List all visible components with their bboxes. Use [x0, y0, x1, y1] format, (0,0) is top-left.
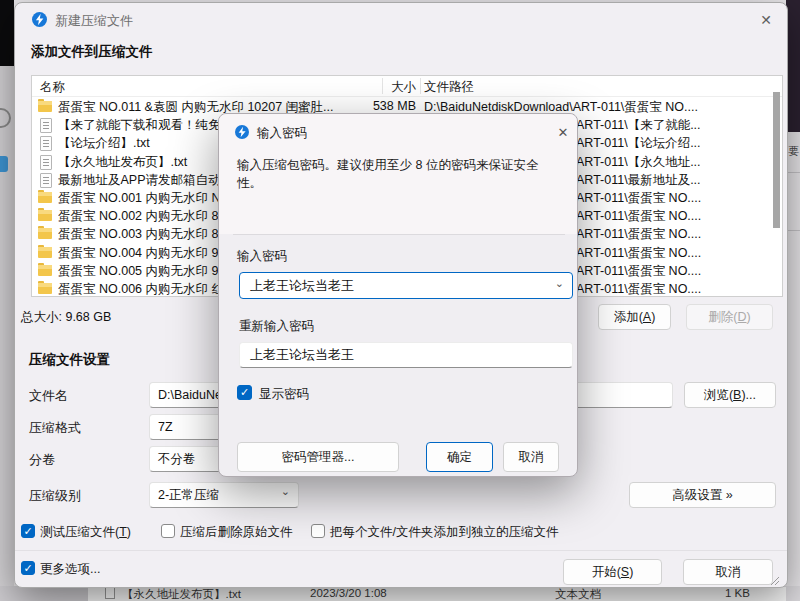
chevron-down-icon: ⌄ — [555, 277, 564, 290]
ok-button[interactable]: 确定 — [426, 442, 493, 472]
dialog-title: 输入密码 — [257, 125, 307, 142]
add-files-heading: 添加文件到压缩文件 — [31, 43, 153, 61]
background-file-size: 1 KB — [725, 587, 750, 599]
folder-icon — [38, 265, 52, 276]
show-password-checkbox[interactable]: ✓ — [237, 385, 252, 400]
column-divider — [420, 78, 421, 94]
background-text-fragment: 要 — [788, 144, 799, 159]
dialog-message: 输入压缩包密码。建议使用至少 8 位的密码来保证安全性。 — [237, 156, 563, 192]
show-password-label: 显示密码 — [259, 386, 309, 403]
file-icon — [40, 173, 52, 188]
dialog-divider — [233, 234, 565, 235]
cell-path: ART-011\蛋蛋宝 NO.... — [576, 245, 782, 262]
background-strip-bottom-left — [0, 586, 88, 601]
folder-icon — [38, 101, 52, 112]
level-label: 压缩级别 — [29, 487, 81, 505]
cell-path: ART-011\【永久地址... — [576, 154, 782, 171]
bandizip-app-icon — [32, 12, 47, 27]
confirm-password-label: 重新输入密码 — [239, 318, 314, 335]
window-title: 新建压缩文件 — [55, 12, 133, 30]
browse-button[interactable]: 浏览(B)... — [684, 382, 776, 408]
file-list-header: 名称 大小 文件路径 — [32, 76, 782, 97]
close-icon[interactable]: ✕ — [551, 122, 575, 144]
cell-path: ART-011\【来了就能... — [576, 117, 782, 134]
test-archive-label: 测试压缩文件(T) — [40, 524, 131, 541]
confirm-password-input[interactable]: 上老王论坛当老王 — [239, 342, 573, 368]
more-options-checkbox[interactable]: ✓ — [21, 561, 35, 575]
cell-path: ART-011\蛋蛋宝 NO.... — [576, 226, 782, 243]
cell-path: ART-011\蛋蛋宝 NO.... — [576, 190, 782, 207]
background-window-left-dark — [0, 0, 14, 66]
background-file-row: 【永久地址发布页】.txt 2023/3/20 1:08 文本文档 1 KB — [88, 587, 786, 601]
format-label: 压缩格式 — [29, 419, 81, 437]
background-file-date: 2023/3/20 1:08 — [310, 587, 387, 599]
password-input[interactable]: 上老王论坛当老王⌄ — [239, 272, 573, 299]
background-icon-fragment — [0, 156, 8, 172]
folder-icon — [38, 210, 52, 221]
delete-after-checkbox[interactable]: ✓ — [161, 524, 175, 538]
cell-path: ART-011\蛋蛋宝 NO.... — [576, 208, 782, 225]
background-file-name: 【永久地址发布页】.txt — [122, 587, 241, 601]
cell-path: ART-011\蛋蛋宝 NO.... — [576, 281, 782, 297]
more-options-label[interactable]: 更多选项... — [40, 561, 100, 578]
folder-icon — [38, 283, 52, 294]
cell-path: ART-011\最新地址及... — [576, 172, 782, 189]
total-size-label: 总大小: 9.68 GB — [21, 309, 111, 326]
password-label: 输入密码 — [237, 248, 287, 265]
background-window-right-dark — [786, 0, 800, 132]
close-icon[interactable]: ✕ — [751, 9, 781, 31]
bandizip-app-icon — [235, 125, 249, 139]
background-window-left — [0, 66, 14, 601]
delete-button[interactable]: 删除(D) — [686, 304, 773, 330]
file-icon — [40, 118, 52, 133]
start-button[interactable]: 开始(S) — [563, 559, 662, 585]
column-divider — [382, 78, 383, 94]
separate-archives-label: 把每个文件/文件夹添加到独立的压缩文件 — [330, 524, 558, 541]
add-button[interactable]: 添加(A) — [598, 304, 671, 330]
test-archive-checkbox[interactable]: ✓ — [21, 524, 35, 538]
vertical-scrollbar[interactable] — [773, 92, 780, 228]
cell-size: 538 MB — [332, 99, 416, 113]
filename-label: 文件名 — [29, 387, 68, 405]
chevron-down-icon: ⌄ — [281, 485, 290, 498]
window-cancel-button[interactable]: 取消 — [683, 559, 773, 585]
password-dialog: 输入密码 ✕ 输入压缩包密码。建议使用至少 8 位的密码来保证安全性。 输入密码… — [218, 113, 578, 477]
delete-after-label: 压缩后删除原始文件 — [180, 524, 293, 541]
folder-icon — [38, 228, 52, 239]
archive-settings-heading: 压缩文件设置 — [29, 351, 110, 369]
dialog-cancel-button[interactable]: 取消 — [503, 442, 559, 472]
background-divider — [788, 172, 800, 173]
background-file-type: 文本文档 — [555, 587, 601, 601]
file-icon — [105, 587, 115, 599]
level-dropdown[interactable]: 2-正常压缩⌄ — [149, 482, 299, 508]
volume-label: 分卷 — [29, 451, 55, 469]
folder-icon — [38, 192, 52, 203]
separate-archives-checkbox[interactable]: ✓ — [311, 524, 325, 538]
background-divider — [788, 230, 800, 231]
column-header-path[interactable]: 文件路径 — [424, 79, 474, 96]
folder-icon — [38, 247, 52, 258]
file-icon — [40, 136, 52, 151]
file-icon — [40, 155, 52, 170]
cell-path: ART-011\【论坛介绍... — [576, 135, 782, 152]
advanced-settings-button[interactable]: 高级设置 » — [629, 482, 776, 508]
password-manager-button[interactable]: 密码管理器... — [237, 442, 399, 472]
cell-path: ART-011\蛋蛋宝 NO.... — [576, 263, 782, 280]
column-header-name[interactable]: 名称 — [40, 79, 65, 96]
bottom-divider — [15, 550, 787, 551]
column-header-size[interactable]: 大小 — [332, 79, 416, 96]
